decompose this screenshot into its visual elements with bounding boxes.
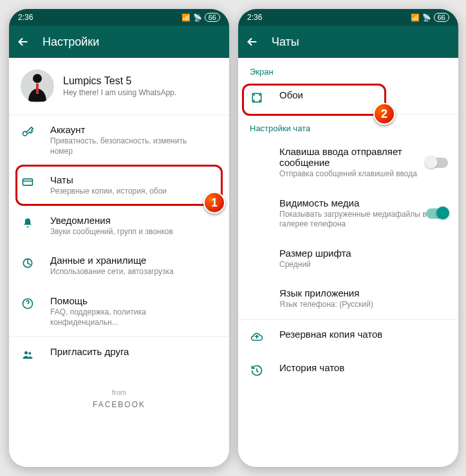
settings-item-data[interactable]: Данные и хранилище Использование сети, а… bbox=[9, 246, 229, 286]
item-title: Язык приложения bbox=[279, 288, 373, 298]
profile-row[interactable]: Lumpics Test 5 Hey there! I am using Wha… bbox=[9, 58, 229, 115]
settings-item-account[interactable]: Аккаунт Приватность, безопасность, измен… bbox=[9, 115, 229, 165]
profile-name: Lumpics Test 5 bbox=[63, 75, 176, 87]
settings-item-chats[interactable]: Чаты Резервные копии, история, обои bbox=[9, 165, 229, 206]
section-screen: Экран bbox=[238, 58, 458, 80]
chats-item-font-size[interactable]: Размер шрифта Средний bbox=[238, 239, 458, 279]
signal-icon: 📶 bbox=[411, 14, 420, 22]
settings-item-notifications[interactable]: Уведомления Звуки сообщений, групп и зво… bbox=[9, 206, 229, 246]
bell-icon bbox=[21, 216, 35, 230]
switch-enter-sends[interactable] bbox=[426, 158, 448, 168]
avatar bbox=[21, 69, 54, 103]
battery-icon: 66 bbox=[434, 13, 449, 22]
section-chat: Настройки чата bbox=[238, 114, 458, 137]
item-title: Аккаунт bbox=[50, 124, 198, 135]
settings-item-help[interactable]: Помощь FAQ, поддержка, политика конфиден… bbox=[9, 286, 229, 336]
switch-media-visibility[interactable] bbox=[426, 208, 448, 219]
status-bar: 2:36 📶 📡 66 bbox=[238, 9, 458, 26]
chats-item-app-language[interactable]: Язык приложения Язык телефона: (Русский) bbox=[238, 279, 458, 319]
footer-brand: FACEBOOK bbox=[9, 400, 229, 409]
chat-icon bbox=[21, 176, 35, 190]
back-button[interactable] bbox=[15, 34, 31, 50]
item-title: Обои bbox=[279, 89, 303, 100]
svg-point-2 bbox=[23, 131, 28, 136]
key-icon bbox=[21, 125, 35, 140]
item-subtitle: Звуки сообщений, групп и звонков bbox=[50, 227, 173, 237]
item-subtitle: FAQ, поддержка, политика конфиденциальн.… bbox=[50, 307, 198, 327]
footer: from FACEBOOK bbox=[9, 371, 229, 409]
settings-item-invite[interactable]: Пригласить друга bbox=[9, 337, 229, 371]
item-subtitle: Средний bbox=[279, 260, 351, 270]
item-title: Данные и хранилище bbox=[50, 255, 174, 266]
status-time: 2:36 bbox=[18, 13, 33, 22]
arrow-left-icon bbox=[16, 35, 30, 49]
svg-point-7 bbox=[28, 352, 31, 354]
item-title: История чатов bbox=[279, 362, 344, 373]
signal-icon: 📶 bbox=[182, 14, 191, 22]
item-title: Пригласить друга bbox=[50, 346, 129, 357]
wifi-icon: 📡 bbox=[193, 14, 202, 22]
chats-item-backup[interactable]: Резервная копия чатов bbox=[238, 320, 458, 353]
wifi-icon: 📡 bbox=[422, 14, 431, 22]
chats-item-enter-sends[interactable]: Клавиша ввода отправляет сообщение Отпра… bbox=[238, 137, 458, 188]
battery-icon: 66 bbox=[205, 13, 220, 22]
item-subtitle: Использование сети, автозагрузка bbox=[50, 267, 174, 277]
phone-chats-settings: 2:36 📶 📡 66 Чаты Экран Обои Настройки ча… bbox=[238, 9, 458, 467]
item-title: Уведомления bbox=[50, 215, 173, 226]
help-icon bbox=[21, 297, 35, 311]
status-icons: 📶 📡 66 bbox=[182, 13, 220, 22]
wallpaper-icon bbox=[250, 91, 264, 105]
item-title: Помощь bbox=[50, 295, 198, 306]
item-title: Резервная копия чатов bbox=[279, 329, 382, 340]
item-subtitle: Показывать загруженные медиафайлы в гале… bbox=[279, 210, 427, 230]
appbar-title: Настройки bbox=[42, 35, 99, 49]
item-title: Клавиша ввода отправляет сообщение bbox=[279, 146, 448, 168]
item-subtitle: Резервные копии, история, обои bbox=[50, 187, 167, 197]
item-title: Чаты bbox=[50, 174, 167, 185]
item-subtitle: Приватность, безопасность, изменить номе… bbox=[50, 136, 198, 156]
chats-item-wallpaper[interactable]: Обои bbox=[238, 80, 458, 114]
item-title: Видимость медиа bbox=[279, 197, 427, 208]
back-button[interactable] bbox=[245, 34, 260, 50]
people-icon bbox=[21, 347, 35, 362]
status-time: 2:36 bbox=[247, 13, 262, 22]
profile-status: Hey there! I am using WhatsApp. bbox=[63, 88, 176, 97]
item-subtitle: Язык телефона: (Русский) bbox=[279, 300, 373, 310]
item-subtitle: Отправка сообщений клавишей ввода bbox=[279, 169, 427, 179]
footer-from: from bbox=[9, 389, 229, 396]
appbar: Настройки bbox=[9, 26, 229, 58]
history-icon bbox=[250, 363, 264, 378]
chats-item-media-visibility[interactable]: Видимость медиа Показывать загруженные м… bbox=[238, 188, 458, 239]
cloud-upload-icon bbox=[250, 330, 264, 344]
appbar-title: Чаты bbox=[272, 35, 299, 49]
chats-settings-content: Экран Обои Настройки чата Клавиша ввода … bbox=[238, 58, 458, 467]
arrow-left-icon bbox=[245, 35, 259, 49]
status-icons: 📶 📡 66 bbox=[411, 13, 449, 22]
chats-item-history[interactable]: История чатов bbox=[238, 353, 458, 387]
svg-rect-3 bbox=[23, 179, 33, 185]
status-bar: 2:36 📶 📡 66 bbox=[9, 9, 229, 26]
appbar: Чаты bbox=[238, 26, 458, 58]
item-title: Размер шрифта bbox=[279, 248, 351, 259]
data-icon bbox=[21, 256, 35, 270]
svg-point-0 bbox=[33, 74, 42, 83]
svg-rect-1 bbox=[36, 84, 39, 94]
settings-content: Lumpics Test 5 Hey there! I am using Wha… bbox=[9, 58, 229, 467]
phone-settings: 2:36 📶 📡 66 Настройки Lumpics Test 5 Hey… bbox=[9, 9, 229, 467]
svg-point-6 bbox=[24, 351, 28, 354]
